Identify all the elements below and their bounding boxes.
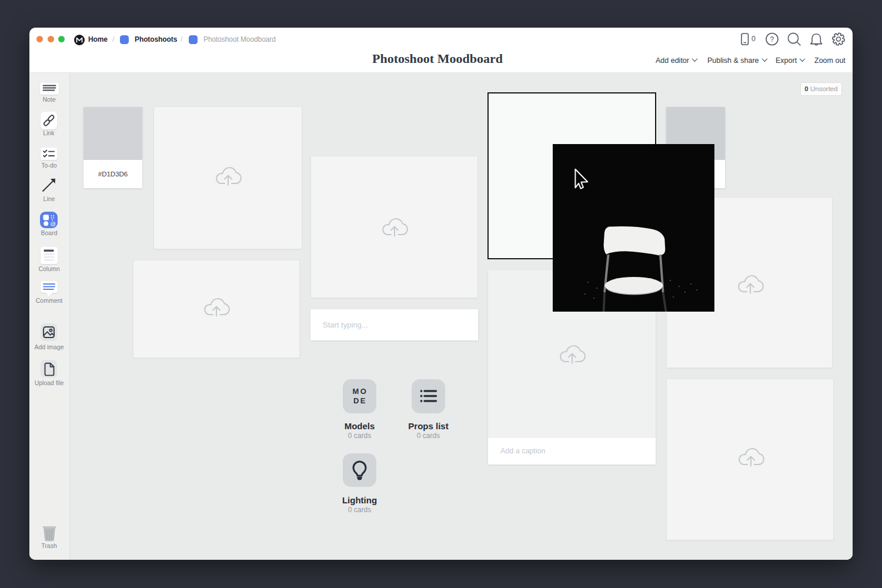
svg-text:@: @ bbox=[50, 220, 56, 227]
